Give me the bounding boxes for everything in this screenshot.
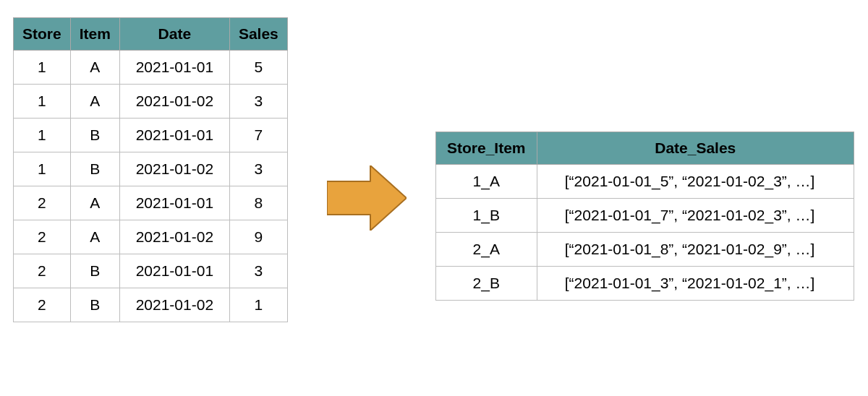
- cell: 8: [229, 186, 287, 220]
- cell: 2: [14, 220, 71, 254]
- table-row: 2_A [“2021-01-01_8”, “2021-01-02_9”, …]: [435, 233, 854, 267]
- cell: B: [70, 152, 119, 186]
- table-header-row: Store Item Date Sales: [14, 18, 288, 51]
- cell: 3: [229, 152, 287, 186]
- table-row: 1 A 2021-01-01 5: [14, 51, 288, 85]
- svg-marker-0: [327, 165, 407, 231]
- cell: 9: [229, 220, 287, 254]
- cell: 1: [229, 288, 287, 322]
- cell: 2021-01-02: [119, 85, 229, 119]
- right-table-wrap: Store_Item Date_Sales 1_A [“2021-01-01_5…: [435, 132, 854, 301]
- table-row: 2_B [“2021-01-01_3”, “2021-01-02_1”, …]: [435, 267, 854, 301]
- cell: 2021-01-02: [119, 152, 229, 186]
- source-table: Store Item Date Sales 1 A 2021-01-01 5 1…: [13, 17, 288, 322]
- cell: B: [70, 119, 119, 152]
- table-row: 2 B 2021-01-01 3: [14, 254, 288, 288]
- table-header-row: Store_Item Date_Sales: [435, 132, 854, 165]
- cell: 2021-01-02: [119, 220, 229, 254]
- diagram-container: Store Item Date Sales 1 A 2021-01-01 5 1…: [0, 0, 868, 396]
- cell: A: [70, 51, 119, 85]
- result-table: Store_Item Date_Sales 1_A [“2021-01-01_5…: [435, 132, 854, 301]
- cell: [“2021-01-01_8”, “2021-01-02_9”, …]: [537, 233, 854, 267]
- cell: 3: [229, 254, 287, 288]
- cell: [“2021-01-01_3”, “2021-01-02_1”, …]: [537, 267, 854, 301]
- cell: 1_B: [435, 199, 537, 233]
- cell: B: [70, 254, 119, 288]
- table-row: 1_A [“2021-01-01_5”, “2021-01-02_3”, …]: [435, 165, 854, 199]
- cell: A: [70, 220, 119, 254]
- table-row: 1 B 2021-01-01 7: [14, 119, 288, 152]
- col-header-item: Item: [70, 18, 119, 51]
- cell: [“2021-01-01_5”, “2021-01-02_3”, …]: [537, 165, 854, 199]
- table-row: 2 A 2021-01-01 8: [14, 186, 288, 220]
- cell: 2021-01-01: [119, 51, 229, 85]
- cell: 2021-01-01: [119, 186, 229, 220]
- cell: 1_A: [435, 165, 537, 199]
- left-table-wrap: Store Item Date Sales 1 A 2021-01-01 5 1…: [13, 17, 288, 322]
- cell: 2: [14, 186, 71, 220]
- cell: 2: [14, 288, 71, 322]
- col-header-store-item: Store_Item: [435, 132, 537, 165]
- cell: 1: [14, 152, 71, 186]
- col-header-date: Date: [119, 18, 229, 51]
- table-row: 2 A 2021-01-02 9: [14, 220, 288, 254]
- col-header-date-sales: Date_Sales: [537, 132, 854, 165]
- cell: 1: [14, 119, 71, 152]
- cell: 1: [14, 51, 71, 85]
- cell: 3: [229, 85, 287, 119]
- cell: 2021-01-01: [119, 254, 229, 288]
- cell: B: [70, 288, 119, 322]
- cell: 7: [229, 119, 287, 152]
- cell: 2_A: [435, 233, 537, 267]
- cell: 5: [229, 51, 287, 85]
- cell: [“2021-01-01_7”, “2021-01-02_3”, …]: [537, 199, 854, 233]
- cell: A: [70, 186, 119, 220]
- col-header-store: Store: [14, 18, 71, 51]
- table-row: 1 A 2021-01-02 3: [14, 85, 288, 119]
- table-row: 1_B [“2021-01-01_7”, “2021-01-02_3”, …]: [435, 199, 854, 233]
- table-row: 1 B 2021-01-02 3: [14, 152, 288, 186]
- cell: 2021-01-02: [119, 288, 229, 322]
- cell: 2_B: [435, 267, 537, 301]
- table-row: 2 B 2021-01-02 1: [14, 288, 288, 322]
- cell: A: [70, 85, 119, 119]
- cell: 2021-01-01: [119, 119, 229, 152]
- cell: 1: [14, 85, 71, 119]
- arrow-icon: [327, 165, 407, 231]
- col-header-sales: Sales: [229, 18, 287, 51]
- cell: 2: [14, 254, 71, 288]
